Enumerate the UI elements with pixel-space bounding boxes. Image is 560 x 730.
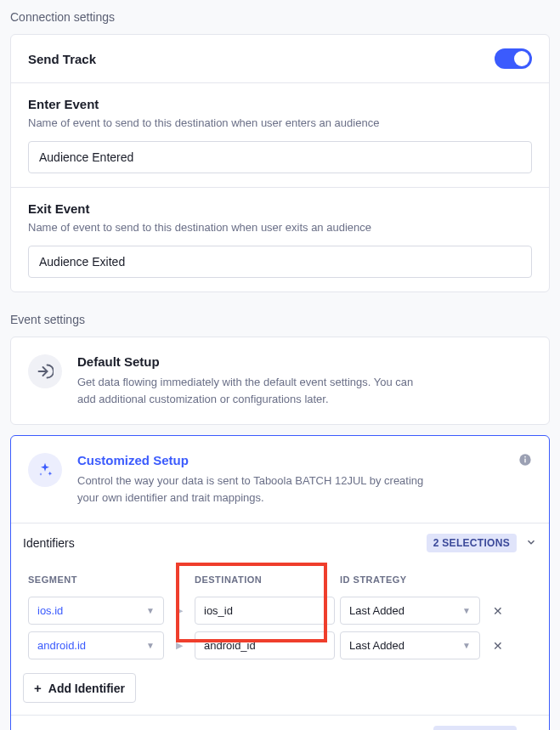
send-track-label: Send Track — [28, 52, 96, 66]
add-identifier-button[interactable]: + Add Identifier — [23, 673, 136, 703]
col-destination: DESTINATION — [195, 574, 335, 585]
col-strategy: ID STRATEGY — [340, 574, 480, 585]
customized-setup-title: Customized Setup — [77, 453, 434, 467]
col-segment: SEGMENT — [28, 574, 164, 585]
destination-input[interactable] — [195, 631, 335, 659]
identifiers-header[interactable]: Identifiers 2 SELECTIONS — [11, 523, 549, 563]
customized-setup-option[interactable]: Customized Setup Control the way your da… — [11, 436, 549, 523]
send-track-toggle[interactable] — [495, 48, 532, 69]
enter-event-title: Enter Event — [28, 97, 532, 111]
connection-settings-card: Send Track Enter Event Name of event to … — [10, 34, 550, 292]
strategy-value: Last Added — [349, 639, 404, 652]
identifier-row: android.id ▼ ▶ Last Added ▼ ✕ — [23, 628, 537, 663]
svg-point-2 — [524, 456, 526, 458]
default-setup-card[interactable]: Default Setup Get data flowing immediate… — [10, 337, 550, 425]
segment-select[interactable]: android.id ▼ — [28, 631, 164, 659]
exit-event-desc: Name of event to send to this destinatio… — [28, 221, 532, 234]
default-setup-icon — [28, 354, 62, 388]
remove-row-button[interactable]: ✕ — [485, 639, 511, 653]
exit-event-title: Exit Event — [28, 201, 532, 216]
chevron-down-icon[interactable] — [525, 536, 537, 551]
arrow-right-icon: ▶ — [169, 640, 189, 651]
caret-down-icon: ▼ — [462, 641, 471, 650]
strategy-value: Last Added — [349, 604, 404, 617]
enter-event-desc: Name of event to send to this destinatio… — [28, 116, 532, 129]
add-identifier-label: Add Identifier — [48, 682, 125, 695]
connection-settings-title: Connection settings — [10, 10, 550, 24]
strategy-select[interactable]: Last Added ▼ — [340, 597, 480, 625]
caret-down-icon: ▼ — [146, 641, 155, 650]
caret-down-icon: ▼ — [146, 606, 155, 615]
info-icon[interactable] — [518, 453, 532, 470]
customized-setup-card: Customized Setup Control the way your da… — [10, 435, 550, 730]
identifier-row: ios.id ▼ ▶ Last Added ▼ ✕ — [23, 593, 537, 628]
remove-row-button[interactable]: ✕ — [485, 604, 511, 618]
svg-rect-1 — [524, 459, 525, 463]
segment-value: ios.id — [37, 604, 63, 617]
traits-header[interactable]: Traits 0 SELECTION — [11, 715, 549, 730]
segment-value: android.id — [37, 639, 86, 652]
enter-event-input[interactable] — [28, 141, 532, 173]
identifiers-badge: 2 SELECTIONS — [427, 534, 517, 552]
destination-input[interactable] — [195, 597, 335, 625]
identifiers-title: Identifiers — [23, 536, 75, 550]
customized-setup-desc: Control the way your data is sent to Tab… — [77, 473, 434, 506]
strategy-select[interactable]: Last Added ▼ — [340, 631, 480, 659]
segment-select[interactable]: ios.id ▼ — [28, 597, 164, 625]
arrow-right-icon: ▶ — [169, 605, 189, 616]
default-setup-desc: Get data flowing immediately with the de… — [77, 374, 434, 407]
exit-event-input[interactable] — [28, 246, 532, 278]
default-setup-title: Default Setup — [77, 354, 434, 369]
identifiers-body: SEGMENT DESTINATION ID STRATEGY ios.id ▼… — [11, 563, 549, 715]
traits-badge: 0 SELECTION — [433, 726, 517, 730]
event-settings-title: Event settings — [10, 313, 550, 326]
caret-down-icon: ▼ — [462, 606, 471, 615]
plus-icon: + — [34, 681, 42, 695]
sparkle-icon — [28, 453, 62, 487]
